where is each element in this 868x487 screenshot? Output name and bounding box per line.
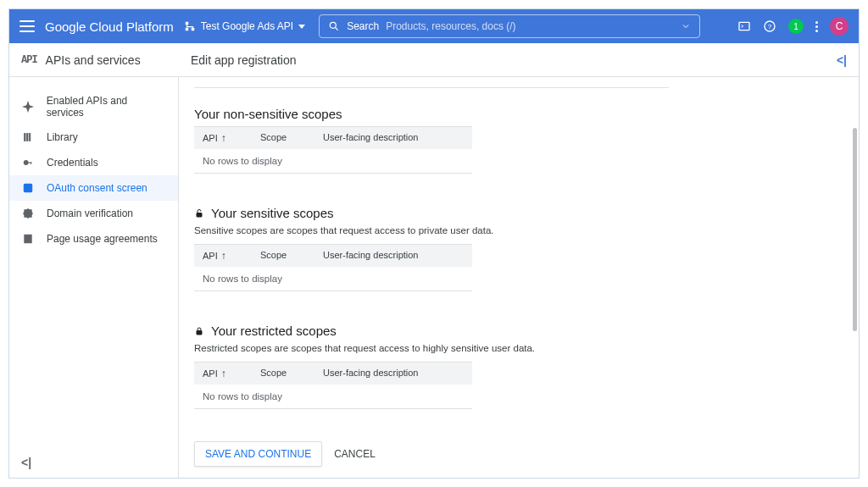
svg-marker-9: [24, 105, 33, 108]
divider: [194, 87, 669, 88]
project-tree-icon: [184, 20, 196, 32]
sidebar-item-oauth-consent[interactable]: OAuth consent screen: [9, 175, 178, 201]
verified-icon: [21, 207, 35, 220]
sidebar-item-library[interactable]: Library: [9, 125, 178, 150]
lock-icon: [194, 325, 204, 337]
help-icon[interactable]: ?: [763, 19, 776, 33]
column-api[interactable]: API↑: [203, 250, 260, 262]
page-header: API APIs and services Edit app registrat…: [9, 43, 859, 77]
column-description[interactable]: User-facing description: [323, 368, 464, 379]
page-title: Edit app registration: [179, 53, 297, 67]
cancel-button[interactable]: CANCEL: [334, 448, 376, 460]
chevron-down-icon: [298, 25, 305, 29]
more-menu-icon[interactable]: [815, 21, 818, 32]
svg-rect-12: [29, 133, 31, 141]
sidebar-item-enabled-apis[interactable]: Enabled APIs and services: [9, 89, 178, 125]
sidebar-item-domain-verification[interactable]: Domain verification: [9, 201, 178, 226]
table-header: API↑ Scope User-facing description: [194, 127, 472, 149]
section-non-sensitive: Your non-sensitive scopes API↑ Scope Use…: [194, 107, 669, 174]
sidebar-item-label: Page usage agreements: [47, 233, 158, 245]
sidebar: Enabled APIs and services Library Creden…: [9, 77, 179, 478]
section-description: Restricted scopes are scopes that reques…: [194, 343, 669, 353]
project-selector[interactable]: Test Google Ads API: [184, 20, 305, 32]
table-header: API↑ Scope User-facing description: [194, 245, 472, 267]
section-title: Your non-sensitive scopes: [194, 107, 669, 121]
search-input[interactable]: Search Products, resources, docs (/): [319, 14, 700, 38]
sidebar-item-label: Library: [47, 131, 78, 143]
dashboard-icon: [21, 100, 35, 113]
search-label: Search: [347, 20, 379, 32]
search-icon: [328, 20, 340, 32]
svg-text:?: ?: [768, 23, 772, 30]
column-api[interactable]: API↑: [203, 368, 260, 379]
svg-rect-5: [739, 22, 749, 30]
sort-arrow-up-icon: ↑: [221, 132, 226, 144]
key-icon: [21, 156, 35, 169]
sidebar-item-label: OAuth consent screen: [47, 182, 147, 194]
sort-arrow-up-icon: ↑: [221, 368, 226, 379]
consent-icon: [21, 181, 35, 195]
column-scope[interactable]: Scope: [260, 368, 323, 379]
notifications-badge[interactable]: 1: [788, 19, 804, 34]
library-icon: [21, 130, 35, 144]
sidebar-title: APIs and services: [46, 53, 141, 67]
column-description[interactable]: User-facing description: [323, 250, 464, 262]
top-bar: Google Cloud Platform Test Google Ads AP…: [9, 9, 859, 43]
project-name: Test Google Ads API: [201, 20, 293, 32]
section-title: Your restricted scopes: [194, 324, 669, 338]
sidebar-item-page-usage[interactable]: Page usage agreements: [9, 226, 178, 252]
save-and-continue-button[interactable]: SAVE AND CONTINUE: [194, 441, 322, 467]
sidebar-item-label: Domain verification: [47, 208, 133, 219]
section-description: Sensitive scopes are scopes that request…: [194, 225, 669, 235]
sidebar-item-credentials[interactable]: Credentials: [9, 150, 178, 175]
svg-rect-11: [26, 133, 28, 141]
empty-row: No rows to display: [194, 267, 472, 291]
svg-rect-2: [186, 28, 189, 31]
sidebar-item-label: Credentials: [47, 157, 98, 169]
search-placeholder: Products, resources, docs (/): [386, 20, 515, 32]
main-content: Your non-sensitive scopes API↑ Scope Use…: [179, 77, 859, 478]
sort-arrow-up-icon: ↑: [221, 250, 226, 262]
menu-icon[interactable]: [19, 20, 35, 32]
collapse-right-icon[interactable]: <|: [837, 53, 847, 67]
column-scope[interactable]: Scope: [260, 132, 323, 144]
avatar[interactable]: C: [830, 17, 849, 36]
column-scope[interactable]: Scope: [260, 250, 323, 262]
column-description[interactable]: User-facing description: [323, 132, 464, 144]
section-sensitive: Your sensitive scopes Sensitive scopes a…: [194, 206, 669, 291]
scopes-table: API↑ Scope User-facing description No ro…: [194, 126, 472, 174]
lock-open-icon: [194, 208, 204, 219]
scrollbar[interactable]: [852, 77, 857, 478]
svg-rect-10: [24, 133, 25, 141]
empty-row: No rows to display: [194, 149, 472, 174]
table-header: API↑ Scope User-facing description: [194, 362, 472, 385]
svg-rect-0: [186, 22, 189, 25]
agreement-icon: [21, 232, 35, 246]
scopes-table: API↑ Scope User-facing description No ro…: [194, 244, 472, 291]
empty-row: No rows to display: [194, 385, 472, 409]
svg-rect-22: [197, 213, 202, 217]
sidebar-item-label: Enabled APIs and services: [47, 95, 166, 119]
api-logo-icon: API: [21, 54, 37, 66]
svg-point-13: [24, 161, 28, 165]
action-row: SAVE AND CONTINUE CANCEL: [194, 441, 669, 467]
section-title: Your sensitive scopes: [194, 206, 669, 220]
brand-title: Google Cloud Platform: [45, 19, 174, 34]
svg-rect-23: [197, 330, 202, 335]
cloud-shell-icon[interactable]: [737, 19, 751, 33]
chevron-down-icon: [681, 21, 691, 31]
svg-rect-1: [192, 28, 195, 31]
scopes-table: API↑ Scope User-facing description No ro…: [194, 362, 472, 409]
section-restricted: Your restricted scopes Restricted scopes…: [194, 324, 669, 409]
column-api[interactable]: API↑: [203, 132, 260, 144]
svg-line-4: [336, 28, 338, 30]
collapse-left-icon[interactable]: <|: [21, 456, 31, 469]
svg-point-3: [330, 22, 336, 28]
